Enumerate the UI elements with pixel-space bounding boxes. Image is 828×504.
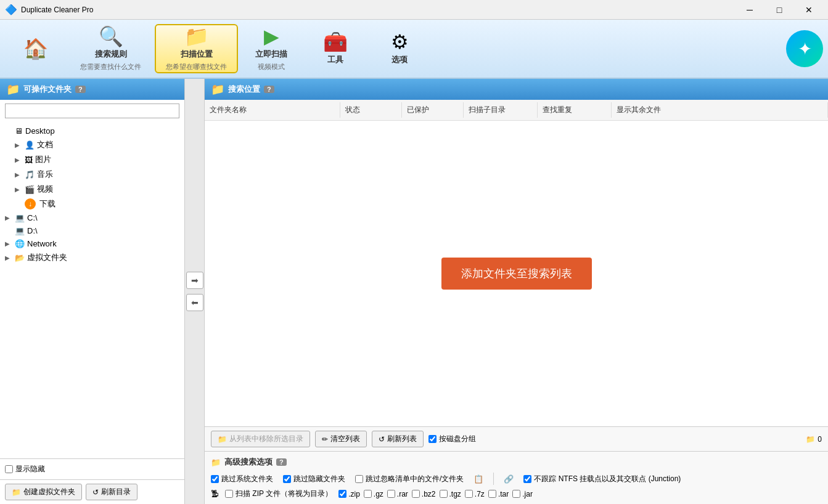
tools-icon: 🧰: [323, 32, 348, 52]
group-by-disk-label: 按磁盘分组: [439, 434, 476, 444]
search-rule-button[interactable]: 🔍 搜索规则 您需要查找什么文件: [69, 24, 152, 73]
tree-item-d-drive[interactable]: 💻 D:\: [0, 224, 184, 237]
zip-ext-zip[interactable]: .zip: [338, 490, 360, 498]
content-area: 添加文件夹至搜索列表: [205, 121, 828, 426]
folder-icon-header: 📁: [6, 83, 20, 96]
tree-label-c-drive: C:\: [27, 213, 38, 222]
monitor-icon: 🖥: [15, 126, 23, 136]
search-rule-label: 搜索规则: [95, 49, 127, 60]
folder-count-icon: 📁: [806, 435, 815, 444]
drive-c-icon: 💻: [15, 213, 25, 222]
show-hidden-checkbox[interactable]: 显示隐藏: [5, 464, 45, 474]
tree-label-music: 音乐: [37, 169, 53, 180]
tree-item-virtual[interactable]: ▶ 📂 虚拟文件夹: [0, 250, 184, 265]
tree-label-network: Network: [27, 239, 57, 248]
main-layout: 📁 可操作文件夹 ? 🖥 Desktop ▶ 👤 文档 ▶ 🖼: [0, 79, 828, 504]
options-label: 选项: [391, 54, 408, 65]
zip-ext-7z[interactable]: .7z: [465, 490, 485, 498]
advanced-section: 📁 高级搜索选项 ? 跳过系统文件夹 跳过隐藏文件夹 跳过忽略清单中的文件/文件…: [205, 451, 828, 504]
skip-system-check[interactable]: 跳过系统文件夹: [211, 474, 273, 484]
home-button[interactable]: 🏠: [5, 24, 67, 73]
tree-label-virtual: 虚拟文件夹: [27, 252, 67, 263]
refresh-list-button[interactable]: ↺ 刷新列表: [372, 431, 424, 447]
tree-item-desktop[interactable]: 🖥 Desktop: [0, 124, 184, 137]
refresh-label: 刷新列表: [387, 434, 417, 444]
folder-count-area: 📁 0: [806, 435, 822, 444]
zip-ext-tgz[interactable]: .tgz: [440, 490, 461, 498]
tree-item-images[interactable]: ▶ 🖼 图片: [0, 152, 184, 167]
search-rule-icon: 🔍: [99, 26, 123, 46]
no-junction-check[interactable]: 不跟踪 NTFS 挂载点以及其交联点 (Junction): [523, 474, 681, 484]
tree-label-downloads: 下载: [39, 198, 55, 209]
zip-ext-jar[interactable]: .jar: [512, 490, 533, 498]
tree-item-video[interactable]: ▶ 🎬 视频: [0, 182, 184, 197]
download-icon: ↓: [25, 198, 36, 209]
col-header-showother: 显示其余文件: [612, 102, 828, 118]
group-by-disk-input[interactable]: [428, 435, 437, 443]
clear-icon: ✏: [322, 435, 328, 444]
junction-icon: 🔗: [504, 474, 514, 484]
tree-item-downloads[interactable]: ↓ 下载: [0, 197, 184, 211]
tree-item-c-drive[interactable]: ▶ 💻 C:\: [0, 211, 184, 224]
right-panel-help[interactable]: ?: [264, 86, 274, 93]
tree-item-music[interactable]: ▶ 🎵 音乐: [0, 167, 184, 182]
title-bar-controls: ─ □ ✕: [736, 1, 823, 18]
tree-label-desktop: Desktop: [25, 126, 55, 136]
maximize-button[interactable]: □: [765, 1, 793, 18]
skip-hidden-check[interactable]: 跳过隐藏文件夹: [283, 474, 345, 484]
skip-ignore-check[interactable]: 跳过忽略清单中的文件/文件夹: [355, 474, 464, 484]
left-bottom-bar: 显示隐藏: [0, 458, 184, 479]
arrow-right-button[interactable]: ➡: [186, 272, 203, 289]
tree-label-d-drive: D:\: [27, 226, 38, 235]
clear-label: 清空列表: [330, 434, 360, 444]
group-by-disk-check[interactable]: 按磁盘分组: [428, 434, 476, 444]
zip-ext-tar-label: .tar: [498, 490, 509, 498]
zip-ext-gz[interactable]: .gz: [364, 490, 383, 498]
expand-icon: ▶: [15, 156, 22, 163]
title-bar: 🔷 Duplicate Cleaner Pro ─ □ ✕: [0, 0, 828, 20]
tree-label-video: 视频: [37, 184, 53, 195]
zip-ext-bz2-label: .bz2: [422, 490, 436, 498]
show-hidden-label: 显示隐藏: [15, 464, 45, 474]
refresh-tree-button[interactable]: ↺ 刷新目录: [86, 484, 137, 500]
col-header-finddup: 查找重复: [538, 102, 612, 118]
search-box: [5, 104, 179, 118]
close-button[interactable]: ✕: [795, 1, 823, 18]
zip-options-row: 🗜 扫描 ZIP 文件（将视为目录） .zip .gz: [211, 489, 822, 499]
right-panel-folder-icon: 📁: [211, 83, 224, 96]
left-panel-help[interactable]: ?: [75, 86, 86, 93]
tools-button[interactable]: 🧰 工具: [305, 24, 366, 73]
scan-zip-check[interactable]: 扫描 ZIP 文件（将视为目录）: [225, 489, 332, 499]
remove-selected-button[interactable]: 📁 从列表中移除所选目录: [211, 431, 310, 447]
advanced-title: 高级搜索选项: [224, 457, 273, 468]
options-button[interactable]: ⚙ 选项: [369, 24, 430, 73]
tree-label-images: 图片: [35, 154, 51, 165]
clear-list-button[interactable]: ✏ 清空列表: [315, 431, 367, 447]
app-title: Duplicate Cleaner Pro: [21, 6, 93, 14]
add-folder-button[interactable]: 添加文件夹至搜索列表: [441, 258, 592, 290]
options-icon: ⚙: [391, 32, 409, 52]
instant-scan-sublabel: 视频模式: [258, 62, 285, 71]
drive-d-icon: 💻: [15, 226, 25, 235]
zip-ext-tar[interactable]: .tar: [488, 490, 509, 498]
col-header-name: 文件夹名称: [205, 102, 340, 118]
virtual-icon: 📂: [15, 253, 25, 262]
instant-scan-button[interactable]: ▶ 立即扫描 视频模式: [240, 24, 302, 73]
arrow-panel: ➡ ⬅: [185, 79, 205, 504]
arrow-left-button[interactable]: ⬅: [186, 294, 203, 311]
minimize-button[interactable]: ─: [736, 1, 764, 18]
zip-icon: 🗜: [211, 489, 219, 498]
music-icon: 🎵: [25, 170, 35, 179]
instant-scan-label: 立即扫描: [255, 49, 287, 60]
tree-item-documents[interactable]: ▶ 👤 文档: [0, 137, 184, 152]
tree-item-network[interactable]: ▶ 🌐 Network: [0, 237, 184, 250]
create-virtual-button[interactable]: 📁 创建虚拟文件夹: [5, 484, 82, 500]
scan-location-button[interactable]: 📁 扫描位置 您希望在哪查找文件: [155, 24, 238, 73]
zip-ext-bz2[interactable]: .bz2: [412, 490, 436, 498]
zip-ext-rar[interactable]: .rar: [387, 490, 408, 498]
advanced-help[interactable]: ?: [276, 458, 287, 466]
show-hidden-check[interactable]: [5, 465, 13, 473]
home-icon: 🏠: [23, 39, 48, 59]
tools-label: 工具: [327, 54, 343, 65]
search-input[interactable]: [5, 104, 179, 118]
